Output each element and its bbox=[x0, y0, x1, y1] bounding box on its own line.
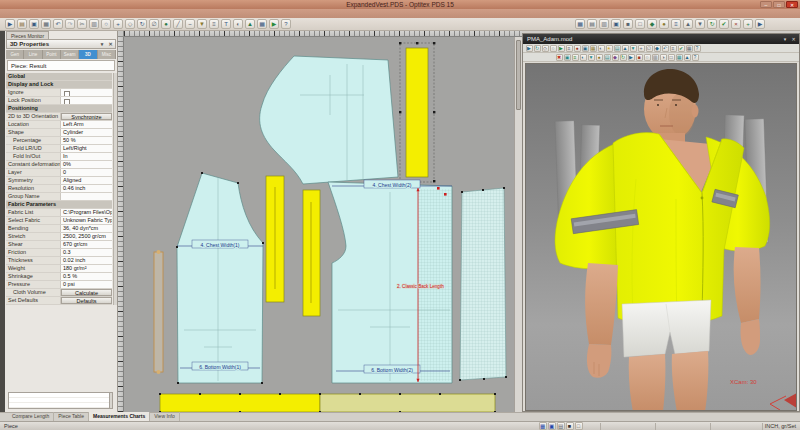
3d-place-icon[interactable]: ▣ bbox=[564, 54, 571, 61]
check-icon[interactable]: ✔ bbox=[719, 19, 729, 29]
layers-icon[interactable]: ≡ bbox=[671, 19, 681, 29]
prop-value-shape[interactable]: Cylinder bbox=[61, 129, 112, 136]
prop-value-friction[interactable]: 0.3 bbox=[61, 249, 112, 256]
prop-value-fold-in-out[interactable]: In bbox=[61, 153, 112, 160]
bottom-tab-compare-length[interactable]: Compare Length bbox=[8, 412, 54, 421]
prop-value-location[interactable]: Left Arm bbox=[61, 121, 112, 128]
undo-icon[interactable]: ↶ bbox=[53, 19, 63, 29]
3d-fold-icon[interactable]: ◐ bbox=[580, 54, 587, 61]
piece-waistband-khaki[interactable] bbox=[320, 394, 495, 412]
curve-tool-icon[interactable]: ~ bbox=[185, 19, 195, 29]
print-icon[interactable]: ▦ bbox=[41, 19, 51, 29]
rotate-tool-icon[interactable]: ↻ bbox=[137, 19, 147, 29]
panel-scrollbar[interactable] bbox=[113, 73, 117, 305]
measurement-list[interactable] bbox=[8, 392, 113, 409]
prop-value-bending[interactable]: 36, 40 dyn*cm bbox=[61, 225, 112, 232]
3d-fabric-icon[interactable]: ▤ bbox=[604, 54, 611, 61]
panel-close-button[interactable]: ✕ bbox=[107, 40, 114, 49]
workspace-scrollbar[interactable] bbox=[514, 37, 522, 412]
prop-value-constant-deformation[interactable]: 0% bbox=[61, 161, 112, 168]
3d-rotate-icon[interactable]: ↻ bbox=[534, 45, 541, 52]
add-icon[interactable]: + bbox=[743, 19, 753, 29]
measurement-list-scrollbar[interactable] bbox=[109, 392, 113, 409]
3d-grid-icon[interactable]: ▦ bbox=[686, 45, 693, 52]
piece-strip-top[interactable] bbox=[406, 48, 428, 177]
3d-pin2-icon[interactable]: ● bbox=[596, 54, 603, 61]
3d-close-sim-icon[interactable]: ✖ bbox=[556, 54, 563, 61]
minimize-button[interactable]: – bbox=[760, 1, 772, 8]
seam-tool-icon[interactable]: ≡ bbox=[209, 19, 219, 29]
grid-toggle-icon[interactable]: □ bbox=[635, 19, 645, 29]
save-file-icon[interactable]: ▣ bbox=[29, 19, 39, 29]
prop-value-ignore[interactable] bbox=[61, 89, 112, 96]
zoom-tool-icon[interactable]: ○ bbox=[101, 19, 111, 29]
viewport-3d[interactable]: XCam: 30 bbox=[525, 63, 797, 411]
prop-value-weight[interactable]: 180 gr/m² bbox=[61, 265, 112, 272]
status-lock-icon[interactable]: ■ bbox=[566, 422, 574, 430]
prop-value-2d-to-3d-orientation[interactable]: Synchronize bbox=[61, 113, 112, 120]
prop-tab-3d[interactable]: 3D bbox=[79, 50, 97, 59]
down-arrow-icon[interactable]: ▼ bbox=[695, 19, 705, 29]
properties-panel-titlebar[interactable]: 3D Properties ▾ ✕ bbox=[6, 39, 116, 49]
status-2d-view-icon[interactable]: ▦ bbox=[539, 422, 547, 430]
prop-tab-line[interactable]: Line bbox=[24, 50, 42, 59]
3d-mesh-icon[interactable]: ▤ bbox=[614, 45, 621, 52]
prop-value-fabric-list[interactable]: C:\Program Files\Op bbox=[61, 209, 112, 216]
3d-zoom-icon[interactable]: ○ bbox=[550, 45, 557, 52]
3d-anim-icon[interactable]: ▶ bbox=[628, 54, 635, 61]
piece-sleeve[interactable] bbox=[260, 56, 398, 184]
piece-waistband-yellow[interactable] bbox=[160, 394, 320, 412]
prop-value-layer[interactable]: 0 bbox=[61, 169, 112, 176]
bottom-tab-view-info[interactable]: View Info bbox=[150, 412, 179, 421]
prop-value-shear[interactable]: 670 gr/cm bbox=[61, 241, 112, 248]
viewer-close-button[interactable]: ✕ bbox=[790, 34, 797, 44]
text-tool-icon[interactable]: T bbox=[221, 19, 231, 29]
pan-tool-icon[interactable]: ◇ bbox=[125, 19, 135, 29]
dim-label-chest-width-1[interactable]: 4. Chest Width(1) bbox=[201, 242, 240, 248]
simulate-icon[interactable]: ▶ bbox=[269, 19, 279, 29]
prop-value-pressure[interactable]: 0 psi bbox=[61, 281, 112, 288]
prop-value-shrinkage[interactable]: 0.5 % bbox=[61, 273, 112, 280]
3d-check-icon[interactable]: ✔ bbox=[678, 45, 685, 52]
dim-label-chest-width-2[interactable]: 4. Chest Width(2) bbox=[373, 182, 412, 188]
dim-label-back-length[interactable]: 2. Classic Back Length bbox=[397, 284, 444, 289]
refresh-icon[interactable]: ↻ bbox=[707, 19, 717, 29]
help-icon[interactable]: ? bbox=[281, 19, 291, 29]
3d-light-icon[interactable]: ☀ bbox=[606, 45, 613, 52]
3d-texture-icon[interactable]: ▦ bbox=[590, 45, 597, 52]
window-layout-icon[interactable]: ▦ bbox=[575, 19, 585, 29]
grading-tool-icon[interactable]: ▲ bbox=[245, 19, 255, 29]
point-tool-icon[interactable]: ● bbox=[161, 19, 171, 29]
3d-bg-icon[interactable]: ▦ bbox=[676, 54, 683, 61]
3d-info-icon[interactable]: ? bbox=[692, 54, 699, 61]
3d-avatar-icon[interactable]: ▲ bbox=[622, 45, 629, 52]
piece-list-icon[interactable]: ▣ bbox=[611, 19, 621, 29]
3d-stop-icon[interactable]: ■ bbox=[636, 54, 643, 61]
table-tool-icon[interactable]: ▦ bbox=[257, 19, 267, 29]
prop-tab-misc[interactable]: Misc bbox=[98, 50, 116, 59]
3d-cloth-icon[interactable]: ▼ bbox=[630, 45, 637, 52]
play-icon[interactable]: ▶ bbox=[755, 19, 765, 29]
3d-simulate-icon[interactable]: ▶ bbox=[558, 45, 565, 52]
3d-pin-icon[interactable]: + bbox=[638, 45, 645, 52]
titlebar[interactable]: ExpandedVest.PDS - Optitex PDS 15 – □ ✕ bbox=[0, 0, 800, 9]
copy-icon[interactable]: ▥ bbox=[89, 19, 99, 29]
maximize-button[interactable]: □ bbox=[773, 1, 785, 8]
3d-camera-icon[interactable]: ◆ bbox=[654, 45, 661, 52]
3d-select-icon[interactable]: ▶ bbox=[526, 45, 533, 52]
prop-value-fold-lr-ud[interactable]: Left/Right bbox=[61, 145, 112, 152]
piece-binding-strip[interactable] bbox=[154, 252, 163, 372]
status-table-icon[interactable]: ▤ bbox=[557, 422, 565, 430]
3d-shadow-icon[interactable]: ◑ bbox=[660, 54, 667, 61]
prop-value-select-fabric[interactable]: Unknown Fabric Typ bbox=[61, 217, 112, 224]
prop-tab-seam[interactable]: Seam bbox=[61, 50, 79, 59]
prop-tab-gen[interactable]: Gen bbox=[6, 50, 24, 59]
3d-snapshot-icon[interactable]: ▣ bbox=[582, 45, 589, 52]
prop-value-resolution[interactable]: 0.46 inch bbox=[61, 185, 112, 192]
prop-value-cloth-volume[interactable]: Calculate bbox=[61, 289, 112, 296]
3d-reset-icon[interactable]: ↶ bbox=[662, 45, 669, 52]
3d-window-icon[interactable]: ◆ bbox=[647, 19, 657, 29]
open-file-icon[interactable]: ▤ bbox=[17, 19, 27, 29]
select-tool-icon[interactable]: ▶ bbox=[5, 19, 15, 29]
bottom-tab-measurements-charts[interactable]: Measurements Charts bbox=[89, 412, 150, 421]
